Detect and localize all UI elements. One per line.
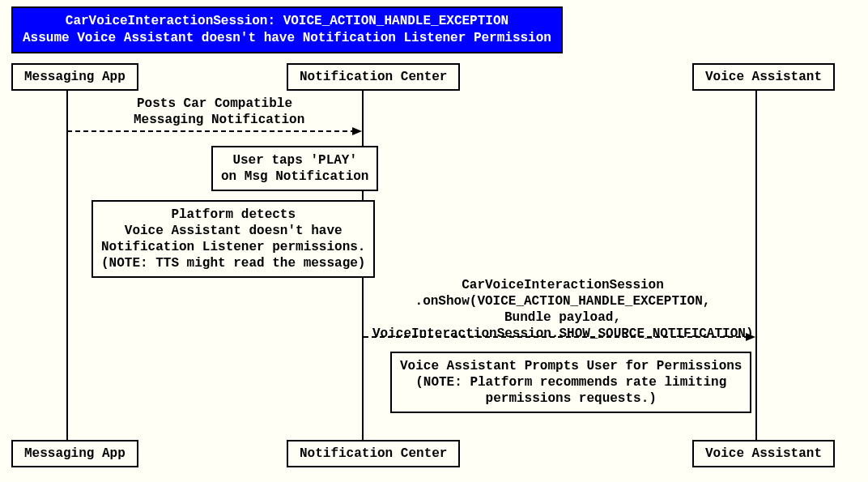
participant-label: Messaging App bbox=[24, 446, 126, 461]
participant-label: Notification Center bbox=[300, 70, 447, 84]
note-user-taps-play: User taps 'PLAY' on Msg Notification bbox=[211, 146, 378, 191]
note-platform-detects: Platform detects Voice Assistant doesn't… bbox=[91, 200, 375, 278]
participant-label: Voice Assistant bbox=[705, 70, 822, 84]
lifeline-voice-assistant bbox=[755, 87, 757, 440]
participant-notification-center-top: Notification Center bbox=[287, 63, 460, 91]
diagram-title-line1: CarVoiceInteractionSession: VOICE_ACTION… bbox=[23, 13, 551, 30]
participant-messaging-app-top: Messaging App bbox=[11, 63, 138, 91]
message-label-1: Posts Car Compatible Messaging Notificat… bbox=[134, 96, 296, 128]
svg-marker-1 bbox=[352, 127, 362, 135]
diagram-title-line2: Assume Voice Assistant doesn't have Noti… bbox=[23, 30, 551, 47]
message-arrow-1 bbox=[67, 126, 363, 136]
participant-label: Messaging App bbox=[24, 70, 126, 84]
lifeline-messaging-app bbox=[66, 87, 68, 440]
participant-notification-center-bottom: Notification Center bbox=[287, 440, 460, 467]
participant-voice-assistant-bottom: Voice Assistant bbox=[692, 440, 835, 467]
diagram-title: CarVoiceInteractionSession: VOICE_ACTION… bbox=[11, 6, 563, 53]
svg-marker-3 bbox=[746, 333, 755, 341]
participant-messaging-app-bottom: Messaging App bbox=[11, 440, 138, 467]
participant-label: Voice Assistant bbox=[705, 446, 822, 461]
note-voice-assistant-prompts: Voice Assistant Prompts User for Permiss… bbox=[390, 352, 751, 413]
message-arrow-2 bbox=[364, 332, 756, 342]
participant-voice-assistant-top: Voice Assistant bbox=[692, 63, 835, 91]
participant-label: Notification Center bbox=[300, 446, 447, 461]
